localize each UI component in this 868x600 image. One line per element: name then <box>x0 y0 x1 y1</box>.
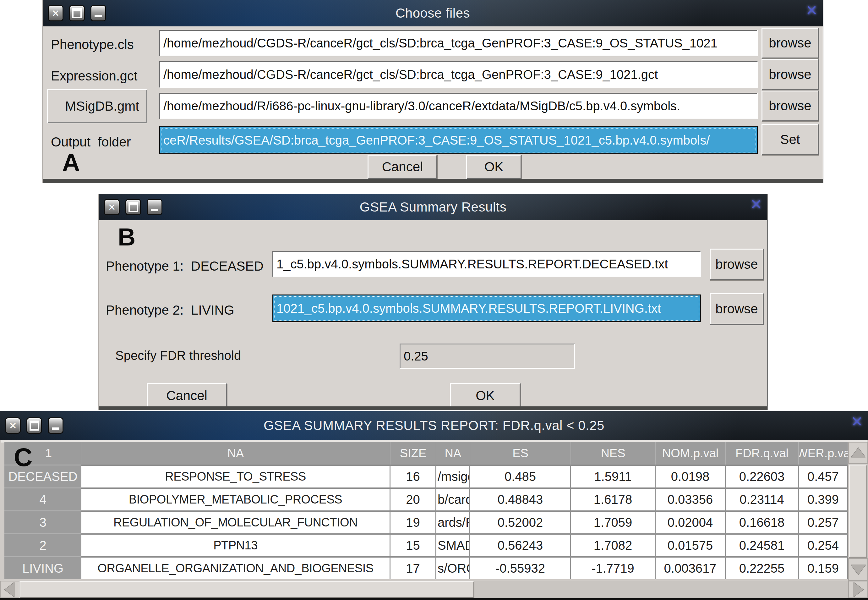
scroll-right-icon[interactable] <box>848 581 868 598</box>
window-gsea-report: ✕ GSEA SUMMARY RESULTS REPORT: FDR.q.val… <box>0 411 868 600</box>
close-icon[interactable]: ✕ <box>5 417 21 434</box>
column-header-na-name[interactable]: NA <box>82 442 390 465</box>
browse-phenotype-1-button[interactable]: browse <box>710 248 764 280</box>
cell-fdr-q-val: 0.16618 <box>726 511 799 533</box>
cell-name: REGULATION_OF_MOLECULAR_FUNCTION <box>82 511 390 533</box>
maximize-icon[interactable] <box>126 199 141 215</box>
cell-fdr-q-val: 0.22603 <box>726 465 799 488</box>
ok-button[interactable]: OK <box>450 383 520 408</box>
cell-es: 0.56243 <box>470 533 571 556</box>
cell-fwer-p-val: 0.254 <box>799 533 848 556</box>
window-b-titlebar[interactable]: ✕ GSEA Summary Results ✕ <box>99 194 767 220</box>
cell-na: s/ORG. <box>436 556 470 579</box>
cell-na: ards/RE <box>436 511 470 533</box>
phenotype-cls-input[interactable] <box>159 30 758 56</box>
column-header-fdr-q-val[interactable]: FDR.q.val <box>726 442 799 465</box>
window-gsea-summary: ✕ GSEA Summary Results ✕ B Phenotype 1: … <box>98 194 768 410</box>
window-c-controls: ✕ <box>0 417 64 434</box>
figure-label-c: C <box>14 442 32 472</box>
maximize-glyph <box>72 8 82 18</box>
window-a-titlebar[interactable]: ✕ Choose files ✕ <box>43 0 823 26</box>
column-header-nom-p-val[interactable]: NOM.p.val <box>656 442 726 465</box>
cancel-button[interactable]: Cancel <box>147 383 227 408</box>
horizontal-scroll-thumb[interactable] <box>20 581 474 598</box>
row-label: 4 <box>5 488 82 511</box>
window-a-bottom-edge <box>43 179 823 183</box>
browse-msigdb-button[interactable]: browse <box>762 91 819 121</box>
cell-es: 0.52002 <box>470 511 571 533</box>
row-label: 2 <box>5 533 82 556</box>
phenotype-2-input[interactable] <box>272 294 701 322</box>
figure-label-a: A <box>62 148 80 177</box>
cell-name: PTPN13 <box>82 533 390 556</box>
window-a-controls: ✕ <box>43 5 106 21</box>
cell-fwer-p-val: 0.399 <box>799 488 848 511</box>
minimize-icon[interactable] <box>48 417 64 434</box>
minimize-glyph <box>151 209 158 211</box>
cancel-button[interactable]: Cancel <box>367 155 437 179</box>
set-output-button[interactable]: Set <box>762 124 819 155</box>
cell-na: b/cards. <box>436 488 470 511</box>
minimize-icon[interactable] <box>91 5 106 21</box>
cell-nes: 1.6178 <box>571 488 656 511</box>
window-choose-files: ✕ Choose files ✕ Phenotype.cls browse Ex… <box>42 0 823 183</box>
phenotype-1-input[interactable] <box>272 251 701 277</box>
expression-gct-label: Expression.gct <box>51 68 137 83</box>
expression-gct-input[interactable] <box>159 61 758 88</box>
window-b-controls: ✕ <box>99 199 162 215</box>
close-icon[interactable]: ✕ <box>48 5 64 21</box>
minimize-glyph <box>95 15 102 17</box>
cell-nes: 1.7082 <box>571 533 656 556</box>
close-icon[interactable]: ✕ <box>104 199 120 215</box>
ok-button[interactable]: OK <box>466 155 522 179</box>
horizontal-scrollbar[interactable] <box>0 581 868 598</box>
cell-nom-p-val: 0.0198 <box>656 465 726 488</box>
cell-es: 0.48843 <box>470 488 571 511</box>
cell-nom-p-val: 0.01575 <box>656 533 726 556</box>
window-c-bottom-edge <box>0 598 868 600</box>
maximize-glyph <box>129 202 138 212</box>
scroll-down-icon[interactable] <box>848 558 868 581</box>
window-c-titlebar[interactable]: ✕ GSEA SUMMARY RESULTS REPORT: FDR.q.val… <box>0 411 868 440</box>
scroll-up-icon[interactable] <box>848 442 868 464</box>
figure-label-b: B <box>118 223 135 252</box>
cell-size: 15 <box>390 533 436 556</box>
column-header-na-path[interactable]: NA <box>436 442 470 465</box>
msigdb-gmt-input[interactable] <box>159 93 758 119</box>
cell-size: 16 <box>390 465 436 488</box>
column-header-size[interactable]: SIZE <box>390 442 436 465</box>
vertical-scrollbar[interactable] <box>848 442 868 581</box>
window-a-body: Phenotype.cls browse Expression.gct brow… <box>43 26 823 179</box>
window-c-title: GSEA SUMMARY RESULTS REPORT: FDR.q.val <… <box>0 418 868 433</box>
fdr-threshold-input[interactable] <box>399 344 575 369</box>
row-label: LIVING <box>5 556 82 579</box>
phenotype-1-label: Phenotype 1: DECEASED <box>106 259 263 274</box>
vertical-scroll-thumb[interactable] <box>849 465 867 558</box>
cell-fdr-q-val: 0.22255 <box>726 556 799 579</box>
cell-name: BIOPOLYMER_METABOLIC_PROCESS <box>82 488 390 511</box>
cell-nes: 1.5911 <box>571 465 656 488</box>
scroll-left-icon[interactable] <box>0 581 20 598</box>
cell-nes: -1.7719 <box>571 556 656 579</box>
column-header-es[interactable]: ES <box>470 442 571 465</box>
figure-canvas: ✕ Choose files ✕ Phenotype.cls browse Ex… <box>0 0 868 600</box>
app-icon: ✕ <box>750 196 762 213</box>
minimize-icon[interactable] <box>147 199 162 215</box>
cell-size: 20 <box>390 488 436 511</box>
cell-na: SMAD3 <box>436 533 470 556</box>
column-header-fwer-p-val[interactable]: WER.p.va <box>799 442 848 465</box>
results-table: 1 NA SIZE NA ES NES NOM.p.val FDR.q.val … <box>5 442 848 579</box>
cell-fwer-p-val: 0.257 <box>799 511 848 533</box>
maximize-icon[interactable] <box>26 417 42 434</box>
maximize-glyph <box>30 421 39 430</box>
maximize-icon[interactable] <box>69 5 85 21</box>
app-icon: ✕ <box>806 2 818 19</box>
browse-expression-button[interactable]: browse <box>762 59 819 90</box>
browse-phenotype-button[interactable]: browse <box>762 28 819 59</box>
minimize-glyph <box>52 427 59 430</box>
output-folder-input[interactable] <box>159 126 758 154</box>
column-header-nes[interactable]: NES <box>571 442 656 465</box>
browse-phenotype-2-button[interactable]: browse <box>710 293 764 325</box>
cell-name: ORGANELLE_ORGANIZATION_AND_BIOGENESIS <box>82 556 390 579</box>
cell-es: -0.55932 <box>470 556 571 579</box>
